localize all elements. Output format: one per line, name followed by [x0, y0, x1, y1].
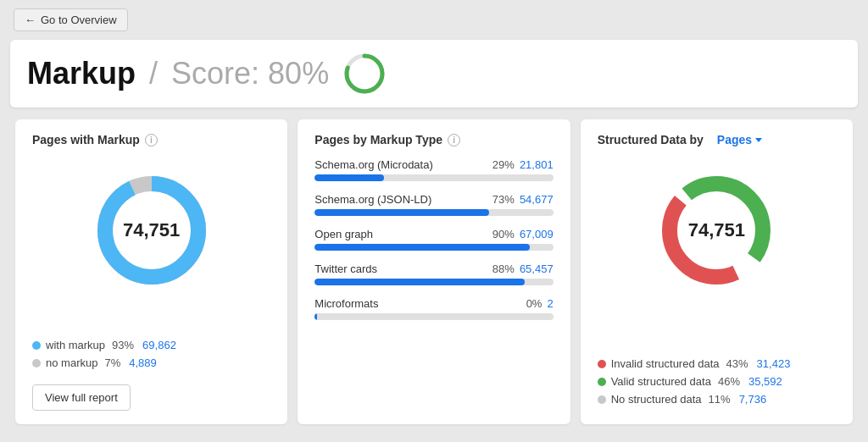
bar-label-0: Schema.org (Microdata): [314, 158, 432, 171]
bar-pct-0: 29%: [492, 158, 515, 171]
pages-with-markup-panel: Pages with Markup i 74,751 with markup 9…: [15, 119, 287, 424]
bar-val-2: 67,009: [520, 228, 554, 240]
bar-val-3: 65,457: [520, 262, 554, 275]
bar-fill-4: [314, 313, 317, 320]
bar-track-4: [314, 313, 553, 320]
bar-row-3: Twitter cards 88% 65,457: [314, 262, 553, 285]
bar-row-1: Schema.org (JSON-LD) 73% 54,677: [314, 193, 553, 216]
bar-row-0: Schema.org (Microdata) 29% 21,801: [314, 158, 553, 181]
legend-item-with-markup: with markup 93% 69,862: [32, 339, 270, 351]
score-circle-icon: [342, 52, 387, 96]
bar-track-2: [314, 244, 553, 251]
legend-dot-none: [598, 395, 606, 404]
bar-track-3: [314, 279, 553, 285]
bar-val-1: 54,677: [520, 193, 554, 206]
info-icon-panel2[interactable]: i: [448, 134, 460, 146]
header-card: Markup / Score: 80%: [10, 40, 858, 108]
donut-chart-3: 74,751: [598, 167, 836, 294]
bar-label-3: Twitter cards: [314, 262, 377, 275]
back-label: Go to Overview: [41, 14, 117, 26]
legend-dot-invalid: [598, 360, 606, 368]
legend-item-none: No structured data 11% 7,736: [598, 393, 836, 406]
bar-pct-3: 88%: [492, 262, 515, 275]
view-full-report-button[interactable]: View full report: [32, 384, 131, 411]
bar-pct-2: 90%: [492, 228, 515, 240]
panel2-title: Pages by Markup Type i: [314, 133, 553, 146]
bar-rows: Schema.org (Microdata) 29% 21,801 Schema…: [314, 158, 553, 332]
donut-center-value-3: 74,751: [688, 219, 745, 241]
bar-pct-4: 0%: [526, 297, 542, 310]
bar-row-2: Open graph 90% 67,009: [314, 228, 553, 251]
bar-label-2: Open graph: [314, 228, 373, 240]
legend-item-invalid: Invalid structured data 43% 31,423: [598, 357, 836, 370]
info-icon-panel1[interactable]: i: [145, 134, 158, 146]
donut-chart-1: 74,751: [32, 167, 270, 294]
panels-container: Pages with Markup i 74,751 with markup 9…: [0, 119, 868, 424]
structured-data-dropdown[interactable]: Pages: [717, 133, 762, 146]
bar-row-4: Microformats 0% 2: [314, 297, 553, 320]
legend-3: Invalid structured data 43% 31,423 Valid…: [598, 349, 836, 411]
structured-data-panel: Structured Data by Pages 74,751: [581, 119, 853, 424]
legend-dot-valid: [598, 378, 606, 386]
donut-center-value-1: 74,751: [123, 219, 180, 241]
back-arrow-icon: ←: [25, 14, 36, 26]
page-title: Markup: [27, 56, 136, 91]
header-slash: /: [149, 56, 158, 91]
bar-track-1: [314, 209, 553, 216]
bar-label-4: Microformats: [314, 297, 378, 310]
chevron-down-icon: [755, 138, 762, 142]
bar-pct-1: 73%: [492, 193, 515, 206]
bar-val-4: 2: [547, 297, 553, 310]
pages-by-markup-type-panel: Pages by Markup Type i Schema.org (Micro…: [298, 119, 570, 424]
bar-val-0: 21,801: [520, 158, 554, 171]
panel3-title: Structured Data by Pages: [598, 133, 836, 146]
legend-dot-with-markup: [32, 341, 41, 350]
bar-label-1: Schema.org (JSON-LD): [314, 193, 431, 206]
bar-fill-1: [314, 209, 488, 216]
legend-item-no-markup: no markup 7% 4,889: [32, 356, 270, 369]
bar-fill-2: [314, 244, 529, 251]
bar-track-0: [314, 174, 553, 181]
back-button[interactable]: ← Go to Overview: [14, 8, 128, 31]
bar-fill-3: [314, 279, 525, 285]
score-label: Score: 80%: [171, 56, 329, 91]
panel1-title: Pages with Markup i: [32, 133, 270, 146]
legend-1: with markup 93% 69,862 no markup 7% 4,88…: [32, 330, 270, 374]
legend-item-valid: Valid structured data 46% 35,592: [598, 375, 836, 388]
legend-dot-no-markup: [32, 359, 41, 367]
top-bar: ← Go to Overview: [0, 0, 868, 40]
bar-fill-0: [314, 174, 384, 181]
